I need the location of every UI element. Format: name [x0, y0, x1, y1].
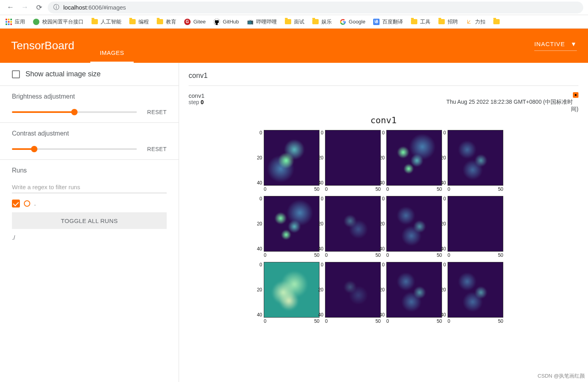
- folder-icon: [438, 19, 445, 24]
- contrast-thumb[interactable]: [31, 146, 37, 152]
- feature-map[interactable]: [325, 130, 381, 186]
- run-color-badge[interactable]: [573, 92, 578, 98]
- run-radio[interactable]: [24, 200, 30, 207]
- feature-map-cell: 02040 050: [325, 262, 381, 324]
- gitee-icon: G: [184, 19, 191, 25]
- inactive-label: INACTIVE: [534, 41, 565, 47]
- step-label: step: [189, 99, 199, 105]
- forward-button[interactable]: →: [19, 2, 30, 13]
- feature-map-grid: 02040 050 02040 050 02040 050 02040 050: [189, 130, 578, 324]
- chevron-down-icon: ▼: [570, 41, 577, 47]
- back-button[interactable]: ←: [5, 2, 16, 13]
- runs-title: Runs: [12, 167, 167, 174]
- bookmark-item[interactable]: 娱乐: [312, 18, 332, 25]
- url-port: :6006: [87, 4, 102, 11]
- timestamp: Thu Aug 25 2022 18:22:38 GMT+0800 (中国标准时…: [444, 99, 578, 113]
- feature-map-cell: 02040 050: [448, 196, 503, 258]
- contrast-reset-button[interactable]: RESET: [147, 146, 167, 152]
- bookmark-item[interactable]: Google: [340, 19, 366, 25]
- content-pane: conv1 conv1 step 0 Thu Aug 25 2022 18:22…: [179, 63, 588, 382]
- feature-map-cell: 02040 050: [386, 130, 442, 192]
- feature-map[interactable]: [264, 130, 319, 186]
- run-path-label: ./: [12, 235, 167, 241]
- image-title: conv1: [189, 115, 578, 125]
- folder-icon: [312, 19, 319, 24]
- bookmark-item[interactable]: 校园闲置平台接口: [33, 18, 84, 25]
- bookmark-item[interactable]: ⟀力扣: [466, 18, 485, 25]
- sidebar: Show actual image size Brightness adjust…: [0, 63, 179, 382]
- run-dot-label: .: [34, 200, 36, 207]
- brightness-slider[interactable]: [12, 111, 137, 113]
- reload-button[interactable]: ⟳: [33, 2, 45, 13]
- bookmark-item[interactable]: 编程: [129, 18, 149, 25]
- github-icon: [214, 19, 220, 25]
- bookmark-item[interactable]: 人工智能: [92, 18, 121, 25]
- google-icon: [340, 19, 346, 25]
- toggle-all-runs-button[interactable]: TOGGLE ALL RUNS: [12, 212, 167, 229]
- header-tabs: IMAGES: [90, 29, 134, 63]
- site-info-icon[interactable]: ⓘ: [53, 4, 59, 11]
- tensorboard-logo: TensorBoard: [11, 39, 74, 52]
- feature-map[interactable]: [325, 262, 381, 318]
- folder-icon: [157, 19, 163, 24]
- apps-button[interactable]: 应用: [6, 18, 25, 25]
- bookmark-item[interactable]: 译百度翻译: [373, 18, 403, 25]
- url-host: localhost: [63, 4, 87, 11]
- brightness-reset-button[interactable]: RESET: [147, 109, 167, 115]
- site-icon: [33, 19, 39, 25]
- step-value: 0: [201, 99, 204, 105]
- feature-map-cell: 02040 050: [264, 196, 319, 258]
- feature-map-cell: 02040 050: [448, 262, 503, 324]
- bookmark-item[interactable]: 📺哔哩哔哩: [247, 18, 277, 25]
- feature-map[interactable]: [386, 130, 442, 186]
- folder-icon: [493, 19, 500, 24]
- leetcode-icon: ⟀: [466, 19, 472, 25]
- card-tag: conv1: [189, 92, 204, 99]
- feature-map-cell: 02040 050: [264, 130, 319, 192]
- watermark: CSDN @执笔画红颜: [537, 372, 585, 380]
- feature-map[interactable]: [386, 196, 442, 252]
- feature-map-cell: 02040 050: [325, 130, 381, 192]
- runs-filter-input[interactable]: [12, 181, 167, 193]
- feature-map[interactable]: [264, 196, 319, 252]
- feature-map-cell: 02040 050: [325, 196, 381, 258]
- bilibili-icon: 📺: [247, 19, 253, 25]
- feature-map-cell: 02040 050: [264, 262, 319, 324]
- section-title[interactable]: conv1: [189, 68, 578, 86]
- tab-images[interactable]: IMAGES: [90, 44, 134, 63]
- show-actual-size-checkbox[interactable]: [12, 70, 20, 78]
- bookmark-item[interactable]: 教育: [157, 18, 176, 25]
- bookmark-item[interactable]: GitHub: [214, 19, 239, 25]
- feature-map[interactable]: [264, 262, 319, 318]
- feature-map[interactable]: [448, 196, 503, 252]
- translate-icon: 译: [373, 19, 380, 25]
- bookmark-item[interactable]: [493, 19, 500, 25]
- folder-icon: [411, 19, 417, 24]
- folder-icon: [92, 19, 98, 24]
- browser-nav-bar: ← → ⟳ ⓘ localhost:6006/#images: [0, 0, 588, 15]
- brightness-thumb[interactable]: [71, 109, 78, 115]
- brightness-label: Brightness adjustment: [12, 93, 167, 100]
- feature-map[interactable]: [386, 262, 442, 318]
- inactive-dropdown[interactable]: INACTIVE ▼: [534, 41, 577, 51]
- address-bar[interactable]: ⓘ localhost:6006/#images: [48, 2, 583, 14]
- feature-map-cell: 02040 050: [386, 262, 442, 324]
- feature-map[interactable]: [448, 262, 503, 318]
- feature-map[interactable]: [448, 130, 503, 186]
- bookmark-item[interactable]: 招聘: [438, 18, 458, 25]
- feature-map-cell: 02040 050: [448, 130, 503, 192]
- contrast-label: Contrast adjustment: [12, 130, 167, 137]
- feature-map-cell: 02040 050: [386, 196, 442, 258]
- bookmark-item[interactable]: 面试: [285, 18, 304, 25]
- feature-map[interactable]: [325, 196, 381, 252]
- run-checkbox[interactable]: [12, 200, 20, 207]
- folder-icon: [129, 19, 136, 24]
- bookmark-item[interactable]: GGitee: [184, 19, 206, 25]
- bookmark-item[interactable]: 工具: [411, 18, 430, 25]
- apps-label: 应用: [15, 18, 25, 25]
- tensorboard-header: TensorBoard IMAGES INACTIVE ▼: [0, 29, 588, 63]
- url-path: /#images: [102, 4, 126, 11]
- contrast-slider[interactable]: [12, 148, 137, 150]
- bookmarks-bar: 应用 校园闲置平台接口 人工智能 编程 教育 GGitee GitHub 📺哔哩…: [0, 15, 588, 29]
- folder-icon: [285, 19, 291, 24]
